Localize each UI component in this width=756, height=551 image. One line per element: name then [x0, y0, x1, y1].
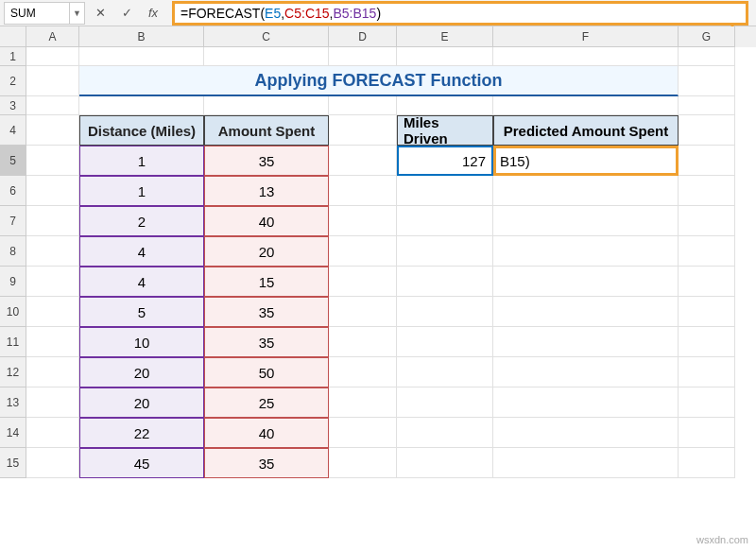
formula-suffix: ): [376, 6, 381, 21]
table-cell[interactable]: 22: [79, 418, 204, 448]
table-cell[interactable]: 2: [79, 206, 204, 236]
table-cell[interactable]: 20: [79, 387, 204, 418]
formula-input[interactable]: =FORECAST(E5,C5:C15,B5:B15): [172, 1, 748, 26]
row-header[interactable]: 10: [0, 297, 26, 327]
table-cell[interactable]: 10: [79, 327, 204, 357]
row-header[interactable]: 8: [0, 236, 26, 267]
header-miles-driven[interactable]: Miles Driven: [397, 115, 493, 146]
table-cell[interactable]: 20: [204, 236, 329, 267]
formula-arg2: C5:C15: [284, 6, 329, 21]
formula-arg1: E5: [265, 6, 281, 21]
cell-b5[interactable]: 1: [79, 146, 204, 176]
cancel-icon[interactable]: ✕: [89, 2, 112, 25]
row-header[interactable]: 5: [0, 146, 26, 176]
row-header[interactable]: 7: [0, 206, 26, 236]
row-header[interactable]: 13: [0, 387, 26, 418]
formula-bar: SUM ▼ ✕ ✓ fx =FORECAST(E5,C5:C15,B5:B15): [0, 0, 756, 26]
row-header[interactable]: 9: [0, 267, 26, 297]
row-header[interactable]: 15: [0, 448, 26, 478]
row-header[interactable]: 3: [0, 96, 26, 115]
table-cell[interactable]: 15: [204, 267, 329, 297]
table-cell[interactable]: 5: [79, 297, 204, 327]
cell-c5[interactable]: 35: [204, 146, 329, 176]
cell-e5[interactable]: 127: [397, 146, 493, 176]
row-header[interactable]: 2: [0, 66, 26, 96]
fx-icon[interactable]: fx: [142, 2, 164, 25]
name-box-dropdown[interactable]: ▼: [70, 2, 85, 25]
row-header[interactable]: 12: [0, 357, 26, 387]
row-header[interactable]: 14: [0, 418, 26, 448]
row-header[interactable]: 6: [0, 176, 26, 206]
header-amount[interactable]: Amount Spent: [204, 115, 329, 146]
enter-icon[interactable]: ✓: [115, 2, 138, 25]
formula-arg3: B5:B15: [333, 6, 376, 21]
table-cell[interactable]: 40: [204, 418, 329, 448]
header-distance[interactable]: Distance (Miles): [79, 115, 204, 146]
col-header[interactable]: A: [26, 26, 79, 47]
col-header[interactable]: C: [204, 26, 329, 47]
spreadsheet-grid: A B C D E F G 1 2Applying FORECAST Funct…: [0, 26, 756, 478]
select-all-corner[interactable]: [0, 26, 26, 47]
row-header[interactable]: 11: [0, 327, 26, 357]
table-cell[interactable]: 35: [204, 327, 329, 357]
col-header[interactable]: F: [493, 26, 679, 47]
table-cell[interactable]: 35: [204, 448, 329, 478]
formula-prefix: =FORECAST(: [180, 6, 265, 21]
name-box[interactable]: SUM: [4, 2, 70, 25]
header-predicted[interactable]: Predicted Amount Spent: [493, 115, 679, 146]
row-header[interactable]: 4: [0, 115, 26, 146]
col-header[interactable]: B: [79, 26, 204, 47]
row-header[interactable]: 1: [0, 47, 26, 66]
table-cell[interactable]: 45: [79, 448, 204, 478]
col-header[interactable]: E: [397, 26, 493, 47]
table-cell[interactable]: 1: [79, 176, 204, 206]
watermark: wsxdn.com: [696, 534, 748, 545]
table-cell[interactable]: 25: [204, 387, 329, 418]
table-cell[interactable]: 50: [204, 357, 329, 387]
page-title[interactable]: Applying FORECAST Function: [79, 66, 679, 96]
table-cell[interactable]: 13: [204, 176, 329, 206]
col-header[interactable]: G: [679, 26, 735, 47]
table-cell[interactable]: 4: [79, 267, 204, 297]
col-header[interactable]: D: [329, 26, 397, 47]
table-cell[interactable]: 40: [204, 206, 329, 236]
table-cell[interactable]: 4: [79, 236, 204, 267]
table-cell[interactable]: 20: [79, 357, 204, 387]
cell-f5-active[interactable]: B15): [493, 146, 679, 176]
table-cell[interactable]: 35: [204, 297, 329, 327]
